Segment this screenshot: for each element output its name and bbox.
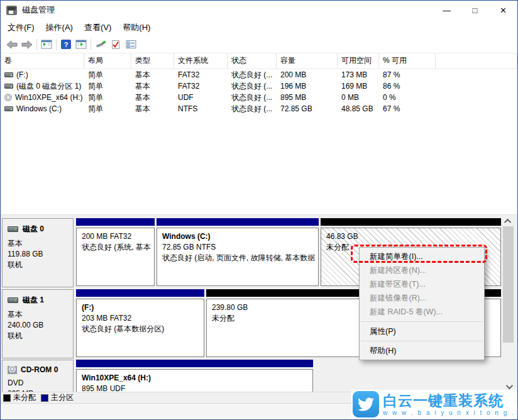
cell-status: 状态良好 (...: [228, 103, 277, 114]
cell-type: 基本: [131, 69, 174, 80]
check-document-icon[interactable]: [108, 38, 123, 52]
legend-unallocated: 未分配: [3, 392, 36, 403]
disk-name: 磁盘 1: [23, 295, 44, 306]
primary-partition-bar: [76, 360, 313, 367]
menu-item-help[interactable]: 帮助(H): [360, 344, 484, 358]
minimize-button[interactable]: —: [433, 1, 461, 19]
menu-view[interactable]: 查看(V): [79, 19, 117, 36]
cell-volume: (磁盘 0 磁盘分区 1): [16, 81, 81, 92]
disk-management-app-icon: [6, 6, 17, 15]
scroll-up-icon[interactable]: [503, 216, 514, 226]
table-row[interactable]: (磁盘 0 磁盘分区 1) 简单 基本 FAT32 状态良好 (... 196 …: [1, 80, 517, 92]
cell-layout: 简单: [84, 92, 131, 103]
menu-item-new-simple-volume[interactable]: 新建简单卷(I)...: [360, 250, 484, 263]
col-free-space[interactable]: 可用空间: [338, 53, 379, 69]
partition-size-fs: 200 MB FAT32: [82, 231, 149, 242]
drive-icon: [4, 106, 13, 111]
vertical-scrollbar[interactable]: [503, 216, 514, 391]
col-volume[interactable]: 卷: [1, 53, 84, 69]
partition-status: 状态良好 (基本数据分区): [82, 324, 199, 334]
disk-size: 119.88 GB: [8, 249, 69, 260]
cell-pct: 0 %: [379, 92, 436, 103]
partition-disk1-f[interactable]: (F:) 203 MB FAT32 状态良好 (基本数据分区): [76, 289, 204, 358]
partition-size-fs: 895 MB UDF: [82, 384, 307, 392]
menu-item-new-spanned-volume: 新建跨区卷(N)...: [360, 263, 484, 277]
menu-action[interactable]: 操作(A): [40, 19, 79, 36]
close-button[interactable]: ✕: [489, 1, 517, 19]
disk0-label-panel[interactable]: 磁盘 0 基本 119.88 GB 联机: [2, 218, 74, 287]
partition-cdrom-h[interactable]: Win10XPE_x64 (H:) 895 MB UDF: [76, 360, 313, 392]
menu-file[interactable]: 文件(F): [2, 19, 40, 36]
cell-free: 169 MB: [338, 80, 379, 92]
table-row[interactable]: (F:) 简单 基本 FAT32 状态良好 (... 200 MB 173 MB…: [1, 69, 517, 80]
col-capacity[interactable]: 容量: [277, 53, 338, 69]
cell-type: 基本: [131, 92, 174, 103]
cell-capacity: 72.85 GB: [277, 103, 338, 114]
menu-separator: [361, 321, 483, 322]
cell-layout: 简单: [84, 69, 131, 80]
back-icon[interactable]: [4, 38, 19, 52]
primary-partition-bar: [76, 289, 204, 297]
col-pct-free[interactable]: % 可用: [379, 53, 436, 69]
partition-size-fs: 203 MB FAT32: [82, 313, 199, 324]
col-status[interactable]: 状态: [228, 53, 277, 69]
menu-item-new-striped-volume: 新建带区卷(T)...: [360, 277, 484, 291]
col-layout[interactable]: 布局: [84, 53, 131, 69]
action-tool-icon[interactable]: [93, 38, 108, 52]
disk-status: 联机: [8, 331, 69, 341]
disk-status: 联机: [8, 260, 69, 270]
volume-list-pane: 卷 布局 类型 文件系统 状态 容量 可用空间 % 可用 (F:) 简单 基本 …: [1, 53, 517, 214]
cell-volume: (F:): [16, 70, 28, 79]
cdrom-icon: [8, 366, 17, 374]
titlebar: 磁盘管理 — □ ✕: [1, 1, 517, 19]
maximize-button[interactable]: □: [461, 1, 489, 19]
properties-list-icon[interactable]: [123, 38, 138, 52]
toolbar: ?: [1, 36, 517, 53]
cell-capacity: 200 MB: [277, 69, 338, 80]
scrollbar-thumb[interactable]: [503, 226, 514, 343]
menu-help[interactable]: 帮助(H): [117, 19, 156, 36]
context-menu: 新建简单卷(I)... 新建跨区卷(N)... 新建带区卷(T)... 新建镜像…: [359, 247, 485, 360]
partition-disk0-system[interactable]: 200 MB FAT32 状态良好 (系统, 基本: [76, 218, 155, 287]
disk-name: CD-ROM 0: [21, 365, 58, 374]
cell-capacity: 895 MB: [277, 92, 338, 103]
disk-type: 基本: [8, 238, 69, 249]
legend-label: 主分区: [51, 392, 74, 403]
partition-size-fs: 72.85 GB NTFS: [162, 242, 313, 253]
cell-volume: Win10XPE_x64 (H:): [15, 93, 82, 102]
legend-swatch-primary: [41, 394, 48, 402]
col-type[interactable]: 类型: [131, 53, 174, 69]
disk-type: DVD: [8, 378, 69, 389]
drive-icon: [4, 72, 13, 77]
drive-icon: [4, 84, 13, 89]
show-action-pane-icon[interactable]: [74, 38, 89, 52]
partition-status: 状态良好 (启动, 页面文件, 故障转储, 基本数据: [162, 253, 313, 263]
help-icon[interactable]: ?: [58, 38, 74, 52]
unallocated-partition-bar: [321, 218, 501, 226]
menu-item-properties[interactable]: 属性(P): [360, 324, 484, 338]
table-row[interactable]: Windows (C:) 简单 基本 NTFS 状态良好 (... 72.85 …: [1, 103, 517, 114]
cell-type: 基本: [131, 80, 174, 92]
watermark-text: 白云一键重装系统 w w w . b a i y u n x i t o n g…: [383, 392, 518, 417]
toolbar-separator: [56, 39, 57, 50]
forward-icon[interactable]: [19, 38, 35, 52]
partition-size: 46.83 GB: [326, 231, 495, 242]
cell-type: 基本: [131, 103, 174, 114]
disk1-label-panel[interactable]: 磁盘 1 基本 240.00 GB 联机: [2, 289, 74, 358]
window-controls: — □ ✕: [433, 1, 517, 19]
toolbar-separator: [36, 39, 37, 50]
disk-icon: [8, 226, 18, 232]
disk-type: 基本: [8, 309, 69, 320]
cdrom0-label-panel[interactable]: CD-ROM 0 DVD 895 MB: [2, 360, 74, 392]
cd-icon: [4, 94, 12, 101]
cell-layout: 简单: [84, 80, 131, 92]
partition-disk0-windows-c[interactable]: Windows (C:) 72.85 GB NTFS 状态良好 (启动, 页面文…: [157, 218, 319, 287]
col-filesystem[interactable]: 文件系统: [174, 53, 228, 69]
show-console-tree-icon[interactable]: [39, 38, 54, 52]
disk-size: 240.00 GB: [8, 320, 69, 331]
legend-swatch-unallocated: [3, 394, 11, 402]
partition-title: Windows (C:): [162, 231, 313, 242]
table-row[interactable]: Win10XPE_x64 (H:) 简单 基本 UDF 状态良好 (... 89…: [1, 92, 517, 103]
cell-free: 48.85 GB: [338, 103, 379, 114]
menu-item-new-raid5-volume: 新建 RAID-5 卷(W)...: [360, 305, 484, 319]
